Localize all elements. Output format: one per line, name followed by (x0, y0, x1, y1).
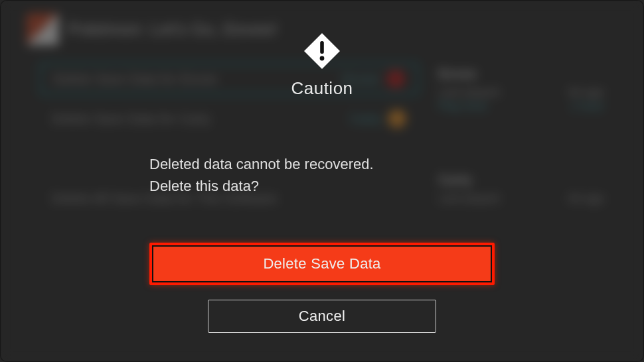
caution-dialog: Caution Deleted data cannot be recovered… (0, 0, 644, 362)
message-line: Delete this data? (149, 175, 495, 197)
dialog-message: Deleted data cannot be recovered. Delete… (149, 153, 495, 197)
svg-rect-1 (320, 41, 324, 54)
dialog-title: Caution (291, 78, 353, 99)
delete-save-data-button[interactable]: Delete Save Data (152, 245, 492, 282)
message-line: Deleted data cannot be recovered. (149, 153, 495, 175)
svg-point-2 (320, 56, 325, 61)
cancel-button[interactable]: Cancel (208, 300, 436, 333)
caution-icon (303, 32, 341, 70)
delete-button-highlight: Delete Save Data (149, 243, 495, 285)
